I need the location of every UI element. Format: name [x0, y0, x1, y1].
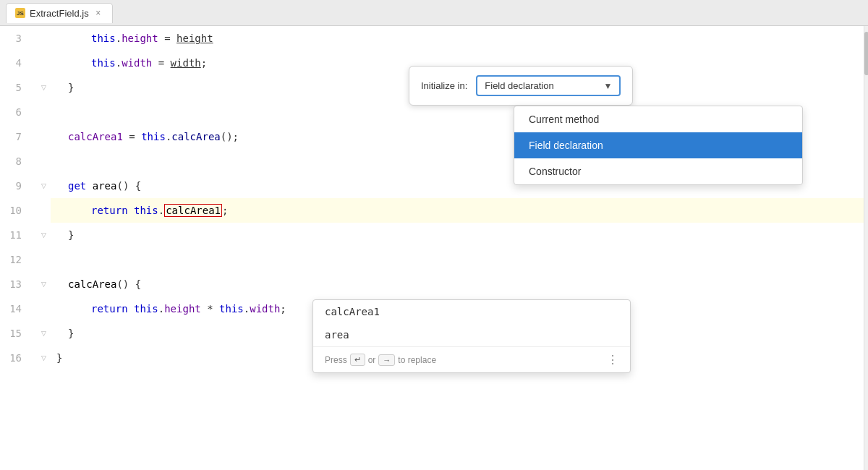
gutter-12 [36, 247, 51, 272]
gutter-6 [36, 100, 51, 124]
initialize-in-popup: Initialize in: Field declaration ▼ [409, 66, 633, 106]
hint-press: Press [325, 355, 347, 365]
autocomplete-hint: Press ↵ or → to replace ⋮ [313, 346, 630, 372]
file-tab[interactable]: JS ExtractField.js × [6, 3, 113, 23]
gutter: ▽ ▽ ▽ ▽ ▽ ▽ [36, 26, 51, 470]
dropdown-item-field-declaration[interactable]: Field declaration [514, 132, 802, 158]
gutter-11: ▽ [36, 223, 51, 247]
gutter-16: ▽ [36, 346, 51, 370]
gutter-4 [36, 51, 51, 75]
code-line-13: calcArea() { [51, 272, 868, 296]
autocomplete-popup: calcArea1 area Press ↵ or → to replace ⋮ [312, 299, 631, 373]
line-num-5: 5 [0, 75, 29, 100]
code-line-3: this.height = height [51, 26, 868, 51]
line-num-15: 15 [0, 321, 29, 346]
line-num-13: 13 [0, 272, 29, 296]
dropdown-item-current-method[interactable]: Current method [514, 106, 802, 132]
editor-content: 3 4 5 6 7 8 9 10 11 12 13 14 15 16 ▽ [0, 26, 868, 470]
line-num-6: 6 [0, 100, 29, 124]
this-keyword-4: this [91, 57, 116, 69]
initialize-label: Initialize in: [421, 80, 467, 91]
height-param: height [176, 33, 213, 44]
fold-arrow-16[interactable]: ▽ [40, 354, 47, 362]
tab-bar: JS ExtractField.js × [0, 0, 868, 26]
height-prop: height [122, 33, 158, 44]
calcarea-method: calcArea [171, 131, 220, 142]
calcarea1-ref: calcArea1 [164, 204, 222, 217]
return-keyword: return [91, 205, 128, 216]
code-line-10: return this.calcArea1; [51, 198, 868, 223]
file-type-label: JS [17, 10, 24, 17]
fold-arrow-11[interactable]: ▽ [40, 231, 47, 239]
gutter-8 [36, 149, 51, 174]
line-num-16: 16 [0, 346, 29, 370]
line-num-10: 10 [0, 198, 29, 223]
line-numbers: 3 4 5 6 7 8 9 10 11 12 13 14 15 16 [0, 26, 36, 470]
key-tab-icon: → [378, 354, 395, 366]
code-line-12 [51, 247, 868, 272]
width-prop: width [122, 57, 152, 69]
initialize-select[interactable]: Field declaration ▼ [476, 75, 621, 96]
fold-arrow-15[interactable]: ▽ [40, 330, 47, 337]
gutter-15: ▽ [36, 321, 51, 346]
line-num-4: 4 [0, 51, 29, 75]
line-num-7: 7 [0, 124, 29, 149]
gutter-7 [36, 124, 51, 149]
dropdown-arrow-icon: ▼ [603, 81, 612, 91]
width-ref-14: width [250, 303, 280, 315]
key-enter-icon: ↵ [350, 354, 365, 366]
gutter-10 [36, 198, 51, 223]
code-line-11: } [51, 223, 868, 247]
tab-filename: ExtractField.js [30, 8, 89, 19]
calcarea-def: calcArea [68, 278, 116, 290]
line-num-11: 11 [0, 223, 29, 247]
dropdown-item-constructor[interactable]: Constructor [514, 158, 802, 184]
gutter-9: ▽ [36, 174, 51, 198]
gutter-13: ▽ [36, 272, 51, 296]
calcarea1-lhs: calcArea1 [68, 131, 123, 142]
scrollbar-thumb[interactable] [864, 32, 868, 75]
get-keyword: get [68, 180, 86, 192]
tab-close-button[interactable]: × [93, 8, 103, 18]
file-type-icon: JS [15, 8, 25, 18]
hint-or: or [368, 355, 376, 365]
fold-arrow-9[interactable]: ▽ [40, 182, 47, 189]
autocomplete-item-calcarea1[interactable]: calcArea1 [313, 300, 630, 323]
gutter-3 [36, 26, 51, 51]
return-keyword-14: return [91, 303, 128, 315]
line-num-9: 9 [0, 174, 29, 198]
height-ref-14: height [164, 303, 201, 315]
hint-text: Press ↵ or → to replace [325, 354, 436, 366]
fold-arrow-13[interactable]: ▽ [40, 281, 47, 288]
line-num-8: 8 [0, 149, 29, 174]
more-options-icon[interactable]: ⋮ [607, 353, 618, 367]
gutter-14 [36, 296, 51, 321]
line-num-14: 14 [0, 296, 29, 321]
selected-option-label: Field declaration [485, 80, 553, 91]
initialize-dropdown-menu: Current method Field declaration Constru… [514, 106, 803, 185]
width-param: width [171, 57, 201, 69]
area-fn: area [93, 180, 117, 192]
line-num-12: 12 [0, 247, 29, 272]
scrollbar[interactable] [864, 26, 868, 470]
autocomplete-item-area[interactable]: area [313, 323, 630, 346]
line-num-3: 3 [0, 26, 29, 51]
gutter-5: ▽ [36, 75, 51, 100]
editor-window: JS ExtractField.js × 3 4 5 6 7 8 9 10 11… [0, 0, 868, 470]
fold-arrow-5[interactable]: ▽ [40, 84, 47, 91]
this-keyword-3: this [91, 33, 116, 44]
hint-to-replace: to replace [398, 355, 436, 365]
